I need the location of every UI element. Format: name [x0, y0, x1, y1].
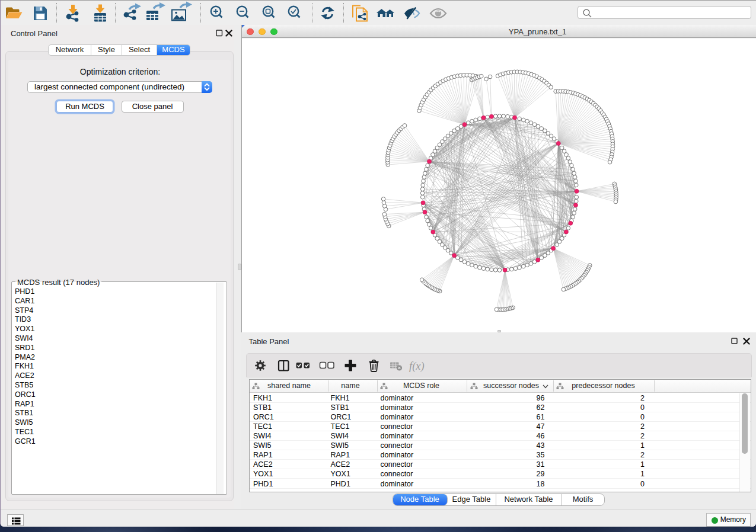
svg-text:f(x): f(x) [409, 360, 425, 373]
